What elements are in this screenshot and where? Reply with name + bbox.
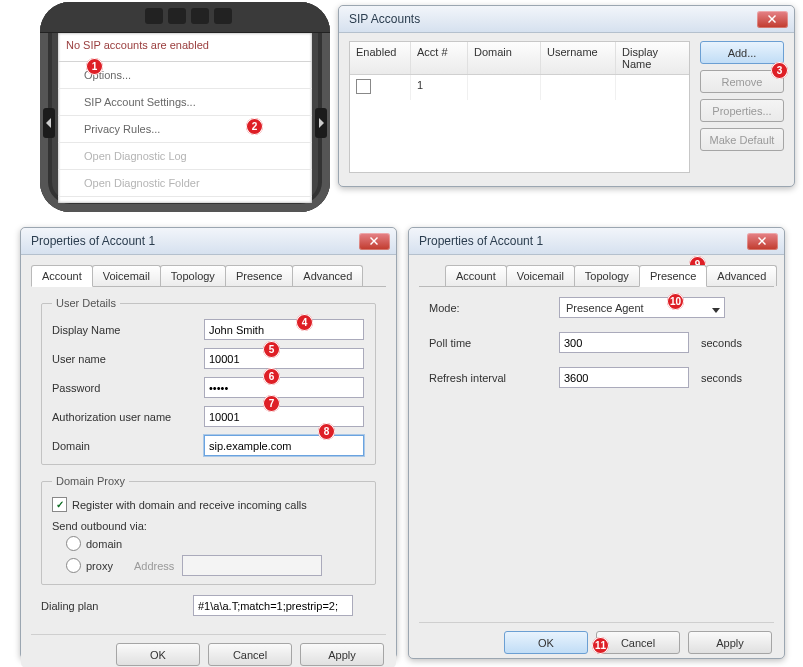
phone-top-bezel [40,2,330,33]
ok-button[interactable]: OK [504,631,588,654]
phone-device: No SIP accounts are enabled Options... S… [40,2,330,212]
callout-3: 3 [771,62,788,79]
col-domain[interactable]: Domain [468,42,541,74]
auth-username-field[interactable] [204,406,364,427]
close-icon[interactable] [747,233,778,250]
col-display[interactable]: Display Name [616,42,689,74]
callout-7: 7 [263,395,280,412]
menu-diagnostic-log: Open Diagnostic Log [58,143,312,170]
col-acct[interactable]: Acct # [411,42,468,74]
cell-acct: 1 [411,75,468,100]
make-default-button[interactable]: Make Default [700,128,784,151]
close-icon[interactable] [757,11,788,28]
properties-account-window: Properties of Account 1 Account Voicemai… [20,227,397,659]
callout-10: 10 [667,293,684,310]
poll-time-field[interactable] [559,332,689,353]
close-icon[interactable] [359,233,390,250]
mode-combobox[interactable]: Presence Agent [559,297,725,318]
callout-2: 2 [246,118,263,135]
enabled-checkbox[interactable] [356,79,371,94]
domain-field[interactable] [204,435,364,456]
cancel-button[interactable]: Cancel [208,643,292,666]
ok-button[interactable]: OK [116,643,200,666]
sip-accounts-window: SIP Accounts Enabled Acct # Domain Usern… [338,5,795,187]
tab-voicemail[interactable]: Voicemail [92,265,161,286]
phone-left-arrow[interactable] [43,108,55,138]
refresh-interval-field[interactable] [559,367,689,388]
domain-proxy-group: Domain Proxy Register with domain and re… [41,475,376,585]
cell-display [616,75,689,100]
cell-username [541,75,616,100]
username-field[interactable] [204,348,364,369]
radio-proxy[interactable] [66,558,81,573]
table-row[interactable]: 1 [350,75,689,100]
proxy-address-field [182,555,322,576]
tab-advanced[interactable]: Advanced [292,265,363,286]
properties-button[interactable]: Properties... [700,99,784,122]
tab-topology[interactable]: Topology [160,265,226,286]
propB-title: Properties of Account 1 [419,234,543,248]
menu-privacy-rules[interactable]: Privacy Rules... [58,116,312,143]
cell-domain [468,75,541,100]
callout-8: 8 [318,423,335,440]
properties-presence-window: Properties of Account 1 Account Voicemai… [408,227,785,659]
tab-account[interactable]: Account [445,265,507,286]
chevron-down-icon [712,304,720,316]
radio-domain[interactable] [66,536,81,551]
accounts-table: Enabled Acct # Domain Username Display N… [349,41,690,173]
add-button[interactable]: Add... [700,41,784,64]
callout-5: 5 [263,341,280,358]
tab-presence[interactable]: Presence [639,265,707,287]
propA-title: Properties of Account 1 [31,234,155,248]
apply-button[interactable]: Apply [688,631,772,654]
phone-right-arrow[interactable] [315,108,327,138]
col-enabled[interactable]: Enabled [350,42,411,74]
password-field[interactable] [204,377,364,398]
tab-voicemail[interactable]: Voicemail [506,265,575,286]
menu-diagnostic-folder: Open Diagnostic Folder [58,170,312,197]
display-name-field[interactable] [204,319,364,340]
sip-title: SIP Accounts [349,12,420,26]
col-username[interactable]: Username [541,42,616,74]
callout-11: 11 [592,637,609,654]
apply-button[interactable]: Apply [300,643,384,666]
tab-account[interactable]: Account [31,265,93,287]
dialing-plan-field[interactable] [193,595,353,616]
tab-topology[interactable]: Topology [574,265,640,286]
callout-1: 1 [86,58,103,75]
callout-6: 6 [263,368,280,385]
register-checkbox[interactable] [52,497,67,512]
sip-title-bar: SIP Accounts [339,6,794,33]
tab-advanced[interactable]: Advanced [706,265,777,286]
callout-4: 4 [296,314,313,331]
menu-sip-account-settings[interactable]: SIP Account Settings... [58,89,312,116]
tab-presence[interactable]: Presence [225,265,293,286]
